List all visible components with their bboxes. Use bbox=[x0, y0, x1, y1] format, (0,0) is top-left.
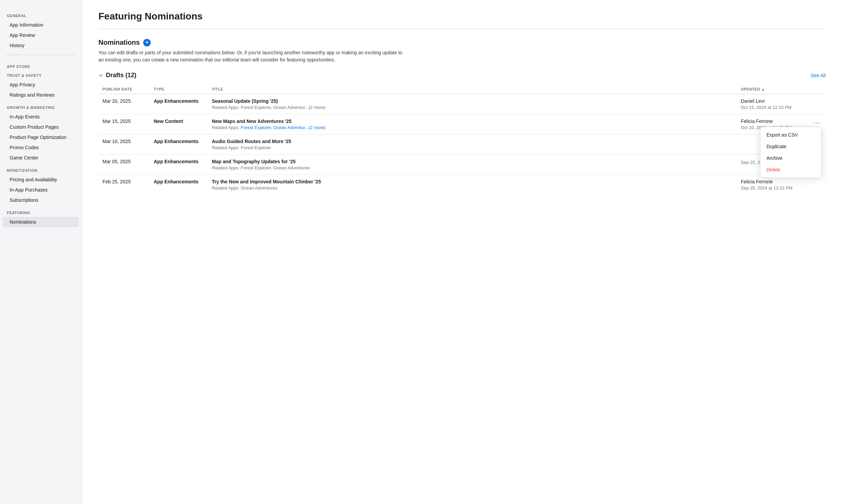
see-all-link[interactable]: See All bbox=[811, 73, 826, 78]
nominations-section-header: Nominations + bbox=[98, 39, 826, 46]
cell-type: App Enhancements bbox=[150, 135, 208, 155]
nominations-title-text: Nominations bbox=[98, 39, 140, 46]
add-nomination-button[interactable]: + bbox=[143, 39, 151, 46]
table-header-row: PUBLISH DATE TYPE TITLE UPDATED ▲ bbox=[98, 84, 826, 94]
cell-updated-at: Oct 15, 2024 at 12:10 PM bbox=[741, 105, 821, 110]
cell-updated: Felicia FerroneOct 10, 2024 at 11:30 PM·… bbox=[737, 114, 826, 135]
sidebar-item-game-center[interactable]: Game Center bbox=[3, 153, 79, 163]
cell-type-text: App Enhancements bbox=[154, 159, 204, 164]
cell-title-text: Map and Topography Updates for '25 bbox=[212, 159, 733, 164]
add-icon: + bbox=[145, 40, 148, 45]
cell-title: New Maps and New Adventures '25Related A… bbox=[208, 114, 737, 135]
sidebar-growth-marketing-header: GROWTH & MARKETING bbox=[0, 100, 82, 112]
cell-publish-date: Feb 25, 2025 bbox=[98, 175, 150, 195]
dropdown-item-duplicate[interactable]: Duplicate bbox=[760, 141, 821, 152]
cell-title: Seasonal Update (Spring '25)Related Apps… bbox=[208, 94, 737, 114]
cell-updated-at: Sep 20, 2024 at 12:22 PM bbox=[741, 185, 821, 191]
cell-type: New Content bbox=[150, 114, 208, 135]
cell-title: Map and Topography Updates for '25Relate… bbox=[208, 155, 737, 175]
related-apps-link[interactable]: Forest Explorer, Ocean Adventur...(2 mor… bbox=[241, 125, 326, 130]
sidebar-app-store-header: App Store bbox=[0, 59, 82, 71]
sidebar-item-pricing-availability[interactable]: Pricing and Availability bbox=[3, 174, 79, 185]
sidebar-item-app-information[interactable]: App Information bbox=[3, 20, 79, 30]
cell-type-text: App Enhancements bbox=[154, 139, 204, 144]
cell-related-apps: Related Apps: Forest Explorer, Ocean Adv… bbox=[212, 125, 733, 130]
row-dropdown-menu: Export as CSVDuplicateArchiveDelete bbox=[760, 127, 821, 178]
sidebar-item-nominations[interactable]: Nominations bbox=[3, 217, 79, 227]
cell-type: App Enhancements bbox=[150, 94, 208, 114]
dropdown-item-export-csv[interactable]: Export as CSV bbox=[760, 129, 821, 141]
sidebar-divider-1 bbox=[5, 55, 76, 55]
sidebar-featuring-header: FEATURING bbox=[0, 205, 82, 217]
drafts-count-label: Drafts (12) bbox=[106, 72, 136, 79]
cell-publish-date: Mar 10, 2025 bbox=[98, 135, 150, 155]
sidebar-item-promo-codes[interactable]: Promo Codes bbox=[3, 142, 79, 153]
cell-title: Audio Guided Routes and More '25Related … bbox=[208, 135, 737, 155]
table-row: Mar 05, 2025App EnhancementsMap and Topo… bbox=[98, 155, 826, 175]
col-header-updated[interactable]: UPDATED ▲ bbox=[737, 84, 826, 94]
nominations-section-title: Nominations + bbox=[98, 39, 151, 46]
table-row: Mar 20, 2025App EnhancementsSeasonal Upd… bbox=[98, 94, 826, 114]
sidebar-item-history[interactable]: History bbox=[3, 40, 79, 51]
sidebar-item-app-privacy[interactable]: App Privacy bbox=[3, 80, 79, 90]
cell-related-apps: Related Apps: Forest Explorer, Ocean Adv… bbox=[212, 105, 733, 110]
app-layout: General App Information App Review Histo… bbox=[0, 0, 842, 504]
sidebar-trust-safety-header: TRUST & SAFETY bbox=[0, 71, 82, 80]
col-header-title: TITLE bbox=[208, 84, 737, 94]
dropdown-item-archive[interactable]: Archive bbox=[760, 152, 821, 164]
cell-related-apps: Related Apps: Forest Explorer bbox=[212, 145, 733, 150]
nominations-description: You can edit drafts or parts of your sub… bbox=[98, 49, 406, 64]
cell-title-text: Audio Guided Routes and More '25 bbox=[212, 139, 733, 144]
drafts-collapse-icon[interactable] bbox=[98, 73, 103, 78]
drafts-header: Drafts (12) See All bbox=[98, 72, 826, 79]
table-row: Mar 10, 2025App EnhancementsAudio Guided… bbox=[98, 135, 826, 155]
cell-updated-by: Felicia Ferrone bbox=[741, 118, 791, 124]
row-menu-button[interactable]: ··· bbox=[812, 118, 821, 126]
cell-title: Try the New and Improved Mountain Climbe… bbox=[208, 175, 737, 195]
cell-updated-by: Daniel Levi bbox=[741, 98, 821, 104]
cell-title-text: New Maps and New Adventures '25 bbox=[212, 118, 733, 124]
sidebar-item-app-review[interactable]: App Review bbox=[3, 30, 79, 40]
col-header-publish-date: PUBLISH DATE bbox=[98, 84, 150, 94]
cell-publish-date: Mar 20, 2025 bbox=[98, 94, 150, 114]
sidebar-item-in-app-purchases[interactable]: In-App Purchases bbox=[3, 185, 79, 195]
sidebar-general-header: General bbox=[0, 8, 82, 20]
cell-updated: Daniel LeviOct 15, 2024 at 12:10 PM bbox=[737, 94, 826, 114]
cell-type-text: App Enhancements bbox=[154, 98, 204, 104]
sidebar: General App Information App Review Histo… bbox=[0, 0, 82, 504]
updated-col-label: UPDATED bbox=[741, 87, 760, 91]
page-title-divider bbox=[98, 29, 826, 29]
row-actions: Felicia FerroneOct 10, 2024 at 11:30 PM·… bbox=[741, 118, 821, 130]
cell-related-apps: Related Apps: Ocean Adventures bbox=[212, 185, 733, 191]
drafts-title: Drafts (12) bbox=[98, 72, 136, 79]
table-row: Feb 25, 2025App EnhancementsTry the New … bbox=[98, 175, 826, 195]
cell-type-text: New Content bbox=[154, 118, 204, 124]
dropdown-item-delete[interactable]: Delete bbox=[760, 164, 821, 176]
sidebar-item-in-app-events[interactable]: In-App Events bbox=[3, 112, 79, 122]
cell-title-text: Try the New and Improved Mountain Climbe… bbox=[212, 179, 733, 184]
sidebar-item-custom-product-pages[interactable]: Custom Product Pages bbox=[3, 122, 79, 132]
col-header-type: TYPE bbox=[150, 84, 208, 94]
main-content: Featuring Nominations Nominations + You … bbox=[82, 0, 842, 504]
sidebar-item-product-page-optimization[interactable]: Product Page Optimization bbox=[3, 132, 79, 142]
cell-type: App Enhancements bbox=[150, 175, 208, 195]
sidebar-item-subscriptions[interactable]: Subscriptions bbox=[3, 195, 79, 205]
sidebar-item-ratings-reviews[interactable]: Ratings and Reviews bbox=[3, 90, 79, 100]
cell-updated-by: Felicia Ferrone bbox=[741, 179, 821, 184]
page-title: Featuring Nominations bbox=[98, 11, 826, 22]
sort-arrow-icon: ▲ bbox=[761, 87, 765, 91]
sidebar-monetization-header: MONETIZATION bbox=[0, 163, 82, 174]
cell-related-apps: Related Apps: Forest Explorer, Ocean Adv… bbox=[212, 165, 733, 170]
cell-type: App Enhancements bbox=[150, 155, 208, 175]
nominations-table: PUBLISH DATE TYPE TITLE UPDATED ▲ Mar 20… bbox=[98, 84, 826, 195]
cell-publish-date: Mar 15, 2025 bbox=[98, 114, 150, 135]
cell-type-text: App Enhancements bbox=[154, 179, 204, 184]
cell-publish-date: Mar 05, 2025 bbox=[98, 155, 150, 175]
cell-title-text: Seasonal Update (Spring '25) bbox=[212, 98, 733, 104]
table-row: Mar 15, 2025New ContentNew Maps and New … bbox=[98, 114, 826, 135]
